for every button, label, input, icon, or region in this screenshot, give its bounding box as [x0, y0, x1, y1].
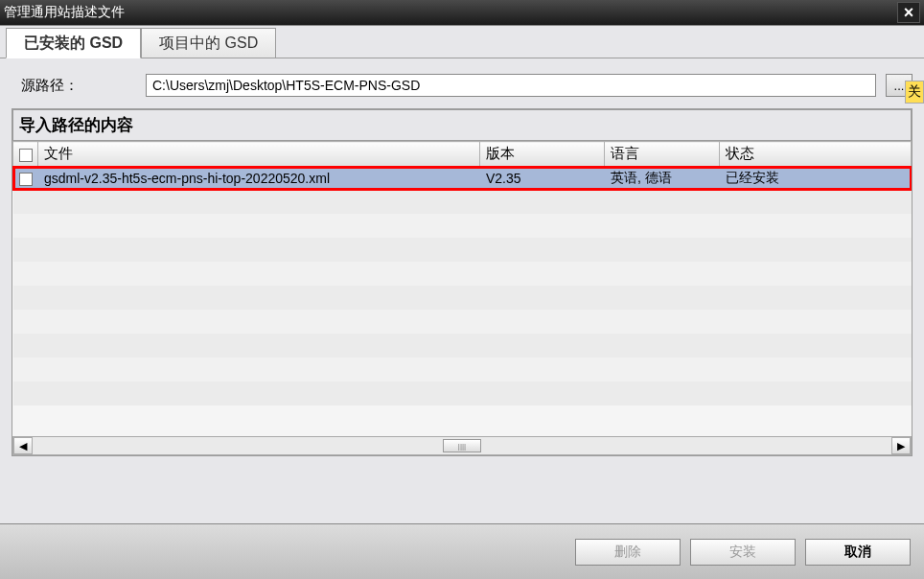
table-row[interactable]: gsdml-v2.35-ht5s-ecm-pns-hi-top-20220520…	[13, 167, 912, 191]
empty-row	[13, 286, 912, 310]
empty-row	[13, 382, 912, 405]
empty-row	[13, 190, 912, 214]
cell-language: 英语, 德语	[605, 167, 720, 191]
footer: 删除 安装 取消	[0, 523, 924, 579]
empty-row	[13, 310, 912, 334]
cell-file: gsdml-v2.35-ht5s-ecm-pns-hi-top-20220520…	[38, 167, 480, 191]
empty-row	[13, 358, 912, 382]
select-all-checkbox[interactable]	[19, 149, 33, 162]
scroll-right-button[interactable]: ▶	[891, 437, 911, 454]
horizontal-scrollbar[interactable]: ◀ |||| ▶	[12, 436, 912, 455]
window-title: 管理通用站描述文件	[4, 4, 897, 21]
section-title: 导入路径的内容	[12, 108, 912, 140]
delete-button[interactable]: 删除	[575, 539, 681, 566]
scroll-left-button[interactable]: ◀	[13, 437, 33, 454]
cell-status: 已经安装	[720, 167, 912, 191]
header-language[interactable]: 语言	[605, 142, 720, 167]
source-path-input[interactable]	[146, 74, 876, 97]
cancel-button[interactable]: 取消	[805, 539, 911, 566]
source-path-label: 源路径：	[21, 77, 136, 95]
scroll-track[interactable]: ||||	[33, 437, 891, 454]
empty-row	[13, 214, 912, 238]
header-file[interactable]: 文件	[38, 142, 480, 167]
titlebar: 管理通用站描述文件 ×	[0, 0, 924, 25]
header-checkbox-cell[interactable]	[13, 142, 38, 167]
row-checkbox[interactable]	[19, 173, 33, 186]
file-table: 文件 版本 语言 状态 gsdml-v2.35-ht5s-ecm-pns-hi-…	[12, 140, 912, 456]
empty-row	[13, 238, 912, 262]
header-version[interactable]: 版本	[480, 142, 605, 167]
empty-row	[13, 262, 912, 286]
install-button[interactable]: 安装	[690, 539, 796, 566]
scroll-thumb[interactable]: ||||	[443, 439, 481, 452]
tab-project-gsd[interactable]: 项目中的 GSD	[141, 28, 276, 58]
cutoff-tab[interactable]: 关	[905, 81, 924, 104]
tab-installed-gsd[interactable]: 已安装的 GSD	[6, 28, 141, 58]
cell-version: V2.35	[480, 167, 605, 191]
header-status[interactable]: 状态	[720, 142, 912, 167]
close-button[interactable]: ×	[897, 2, 920, 23]
empty-row	[13, 334, 912, 358]
tabs: 已安装的 GSD 项目中的 GSD	[0, 26, 924, 58]
